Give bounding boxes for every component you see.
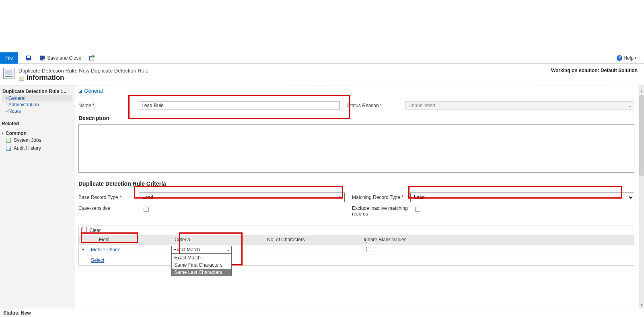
matching-record-type-select[interactable]: Lead [410,193,634,202]
base-record-type-select[interactable]: Lead [139,193,345,202]
conditions-grid: Clear Field Criteria No. of Characters I… [78,226,634,266]
label-status-reason: Status Reason* [347,103,405,108]
label-base-record-type: Base Record Type* [78,195,139,200]
entity-header: Duplicate Detection Rule: New Duplicate … [0,64,644,85]
chevron-down-icon[interactable]: ▾ [2,131,4,135]
section-general-header[interactable]: ◢ General [78,88,634,94]
ignore-blank-checkbox[interactable] [366,247,371,252]
clear-icon [81,228,87,233]
chevron-down-icon: ⌄ [628,104,632,108]
criteria-option[interactable]: Same First Characters [172,261,231,269]
status-reason-field[interactable]: Unpublished ⌄ [405,101,634,110]
left-nav: Duplicate Detection Rule :... └General └… [0,85,74,309]
form-icon [19,75,24,81]
name-field[interactable] [139,101,340,110]
help-icon: ? [617,55,622,61]
case-sensitive-checkbox[interactable] [144,207,149,212]
criteria-dropdown: Exact MatchSame First CharactersSame Las… [171,254,232,276]
chevron-down-icon: ▾ [635,56,637,60]
system-jobs-icon [6,137,11,143]
nav-related-heading: Related [2,121,72,126]
ribbon-toolbar: File Save and Close ? Help ▾ [0,52,644,64]
help-menu[interactable]: ? Help ▾ [617,55,637,61]
exclude-inactive-checkbox[interactable] [415,207,420,212]
label-exclude-inactive: Exclude inactive matching records [352,205,410,217]
file-tab[interactable]: File [0,52,18,64]
save-button[interactable] [24,54,33,62]
scroll-up-button[interactable]: ▴ [639,88,644,94]
nav-item-notes[interactable]: └Notes [2,108,72,114]
nav-item-general[interactable]: └General [2,95,72,102]
criteria-option[interactable]: Exact Match [172,254,231,261]
save-close-label: Save and Close [47,55,81,61]
label-case-sensitive: Case-sensitive [78,205,139,211]
label-description: Description [78,115,634,121]
save-close-icon [39,55,45,61]
col-chars: No. of Characters [264,235,360,244]
audit-history-icon [6,145,11,151]
nav-item-administration[interactable]: └Administration [2,102,72,108]
criteria-select[interactable]: Exact Match ⌄ [171,246,232,254]
criteria-section-header: Duplicate Detection Rule Criteria [78,180,634,187]
select-field-link[interactable]: Select [91,257,104,263]
help-label: Help [623,55,634,61]
publish-icon [88,55,95,61]
page-title: Information [27,74,64,82]
criteria-option[interactable]: Same Last Characters [172,269,231,276]
clear-button[interactable]: Clear [89,228,101,233]
scrollbar-thumb[interactable] [639,95,644,176]
condition-row-new: Select [79,255,634,265]
scroll-down-button[interactable]: ▾ [639,302,644,308]
form-area: ◢ General Name* Status Reason* Unpublish… [74,85,644,309]
solution-context: Working on solution: Default Solution [551,68,638,73]
entity-icon [3,68,14,79]
entity-breadcrumb: Duplicate Detection Rule: New Duplicate … [19,68,148,74]
publish-button[interactable] [87,54,97,62]
row-menu-toggle[interactable]: ▾ [79,247,88,252]
status-bar: Status: New [0,309,644,317]
chevron-down-icon: ⌄ [226,247,230,252]
label-matching-record-type: Matching Record Type* [352,195,410,200]
save-icon [25,55,32,61]
condition-field-link[interactable]: Mobile Phone [91,247,120,253]
nav-item-system-jobs[interactable]: System Jobs [2,136,72,144]
condition-row: ▾ Mobile Phone Exact Match ⌄ Exact Match… [79,244,634,255]
col-field: Field [79,235,171,244]
description-field[interactable] [78,124,634,173]
col-criteria: Criteria [171,235,264,244]
collapse-icon: ◢ [78,89,82,93]
conditions-header-row: Field Criteria No. of Characters Ignore … [79,235,634,244]
nav-heading: Duplicate Detection Rule :... [2,88,72,95]
save-and-close-button[interactable]: Save and Close [37,54,83,62]
label-name: Name* [78,103,139,108]
nav-common-heading: Common [6,131,27,136]
col-blank: Ignore Blank Values [360,235,634,244]
nav-item-audit-history[interactable]: Audit History [2,144,72,152]
